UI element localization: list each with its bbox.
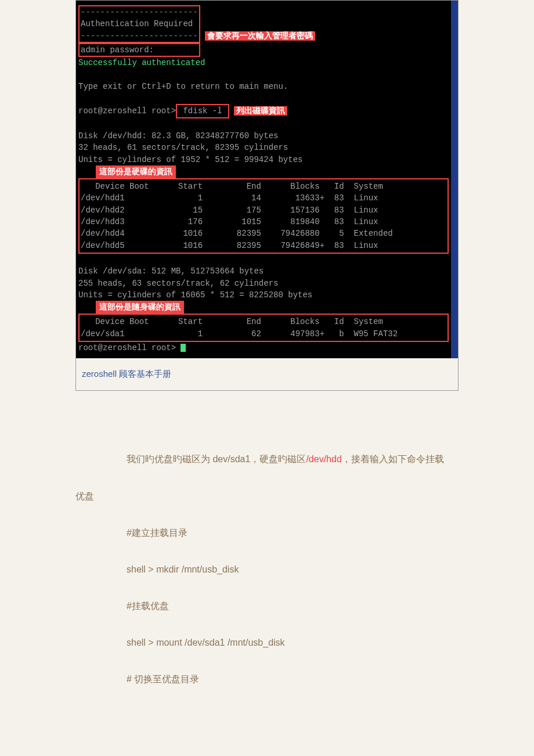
annotation-auth: 會要求再一次輸入管理者密碼	[205, 31, 315, 41]
shell-prompt: root@zeroshell root>	[78, 106, 176, 116]
screenshot-container: ------------------------ Authentication …	[75, 0, 459, 391]
fdisk-command: fdisk -l	[176, 104, 229, 118]
terminal-output: ------------------------ Authentication …	[76, 1, 458, 358]
document-body: 我们旳优盘旳磁区为 dev/sda1，硬盘旳磁区/dev/hdd，接着输入如下命…	[75, 449, 459, 689]
cursor-icon	[181, 344, 186, 352]
admin-password-prompt: admin password:	[81, 45, 154, 55]
comment-cd: # 切换至优盘目录	[75, 669, 459, 689]
annotation-usb: 這部份是隨身碟的資訊	[96, 301, 184, 314]
comment-mkdir: #建立挂载目录	[75, 523, 459, 543]
disk-sda-info: Disk /dev/sda: 512 MB, 512753664 bytes 2…	[78, 267, 312, 300]
auth-required-line: Authentication Required	[81, 19, 193, 28]
cmd-mount: shell > mount /dev/sda1 /mnt/usb_disk	[75, 632, 459, 653]
annotation-hdd: 這部份是硬碟的資訊	[96, 165, 176, 178]
disk-hdd-info: Disk /dev/hdd: 82.3 GB, 82348277760 byte…	[78, 131, 302, 164]
success-line: Successfully authenticated	[78, 58, 205, 67]
document-footer: zeroshell 顾客基本手册	[76, 358, 458, 390]
comment-mount: #挂载优盘	[75, 596, 459, 616]
paragraph-usb: 优盘	[75, 486, 459, 506]
sda-partition-table: Device Boot Start End Blocks Id System /…	[78, 314, 449, 342]
shell-prompt-end: root@zeroshell root>	[78, 343, 181, 352]
hdd-partition-table: Device Boot Start End Blocks Id System /…	[78, 178, 449, 254]
annotation-fdisk: 列出磁碟資訊	[234, 106, 287, 116]
cmd-mkdir: shell > mkdir /mnt/usb_disk	[75, 559, 459, 579]
paragraph-intro: 我们旳优盘旳磁区为 dev/sda1，硬盘旳磁区/dev/hdd，接着输入如下命…	[75, 449, 459, 469]
exit-instruction: Type exit or Ctrl+D to return to main me…	[78, 82, 288, 91]
